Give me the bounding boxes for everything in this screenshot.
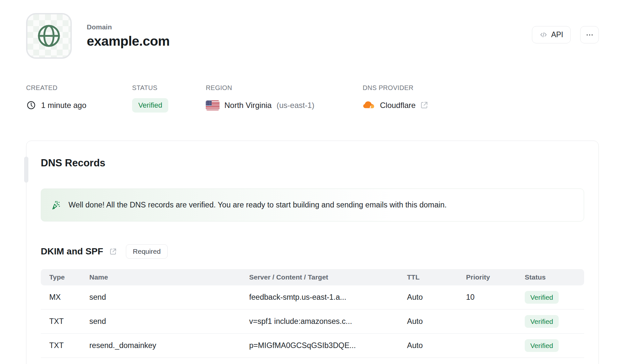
record-priority: 10 [466, 293, 525, 302]
record-ttl: Auto [407, 317, 466, 326]
meta-row: CREATED 1 minute ago STATUS Verified REG… [26, 84, 599, 113]
dkim-spf-section-header: DKIM and SPF Required [41, 244, 584, 259]
meta-region: REGION North Virginia (us-east-1) [206, 84, 363, 113]
record-type: MX [49, 293, 89, 302]
page-header: Domain example.com API [26, 0, 599, 59]
dns-provider-value: Cloudflare [380, 101, 415, 110]
domain-avatar [26, 13, 72, 59]
api-button-label: API [551, 30, 563, 39]
domain-detail-page: Domain example.com API CREATED [0, 0, 634, 364]
col-ttl: TTL [407, 273, 466, 281]
api-button[interactable]: API [532, 26, 571, 43]
table-row: TXT send v=spf1 include:amazonses.c... A… [41, 310, 584, 334]
globe-icon [35, 22, 63, 50]
table-row: TXT resend._domainkey p=MIGfMA0GCSqGSIb3… [41, 334, 584, 358]
record-status-badge: Verified [525, 315, 559, 328]
external-link-icon[interactable] [109, 248, 117, 256]
entity-type-label: Domain [87, 23, 170, 31]
region-value: North Virginia [224, 101, 272, 110]
meta-created: CREATED 1 minute ago [26, 84, 132, 113]
cloudflare-icon [363, 101, 376, 110]
col-name: Name [89, 273, 249, 281]
dns-records-title: DNS Records [41, 157, 584, 169]
record-ttl: Auto [407, 293, 466, 302]
section-scroll-indicator [24, 157, 28, 183]
record-content: v=spf1 include:amazonses.c... [249, 317, 407, 326]
meta-dns-provider: DNS PROVIDER Cloudflare [363, 84, 429, 113]
col-content: Server / Content / Target [249, 273, 407, 281]
record-name: send [89, 293, 249, 302]
col-priority: Priority [466, 273, 525, 281]
region-label: REGION [206, 84, 363, 92]
dns-provider-link[interactable]: Cloudflare [363, 101, 429, 110]
meta-status: STATUS Verified [132, 84, 206, 113]
page-title: example.com [87, 34, 170, 49]
created-label: CREATED [26, 84, 132, 92]
required-badge: Required [126, 244, 167, 259]
party-popper-icon [51, 200, 61, 210]
dns-records-card: DNS Records Well done! All the DNS recor… [26, 141, 599, 364]
ellipsis-icon [585, 31, 594, 39]
dns-table-header: Type Name Server / Content / Target TTL … [41, 269, 584, 285]
record-type: TXT [49, 317, 89, 326]
success-banner: Well done! All the DNS records are verif… [41, 189, 584, 221]
code-icon [539, 31, 548, 39]
success-banner-text: Well done! All the DNS records are verif… [68, 201, 447, 209]
table-row: MX send feedback-smtp.us-east-1.a... Aut… [41, 285, 584, 310]
dkim-spf-title: DKIM and SPF [41, 246, 103, 257]
us-flag-icon [206, 100, 219, 110]
dns-table: Type Name Server / Content / Target TTL … [41, 269, 584, 358]
record-status-badge: Verified [525, 291, 559, 304]
created-value: 1 minute ago [41, 101, 86, 110]
record-type: TXT [49, 341, 89, 350]
record-name: resend._domainkey [89, 341, 249, 350]
record-ttl: Auto [407, 341, 466, 350]
record-status-badge: Verified [525, 339, 559, 352]
external-link-icon [420, 101, 429, 110]
col-status: Status [525, 273, 584, 281]
status-badge: Verified [132, 98, 168, 113]
col-type: Type [49, 273, 89, 281]
region-code: (us-east-1) [277, 101, 314, 110]
more-options-button[interactable] [580, 26, 599, 43]
record-name: send [89, 317, 249, 326]
record-content: p=MIGfMA0GCSqGSIb3DQE... [249, 341, 407, 350]
dns-provider-label: DNS PROVIDER [363, 84, 429, 92]
clock-icon [26, 100, 36, 110]
status-label: STATUS [132, 84, 206, 92]
record-content: feedback-smtp.us-east-1.a... [249, 293, 407, 302]
